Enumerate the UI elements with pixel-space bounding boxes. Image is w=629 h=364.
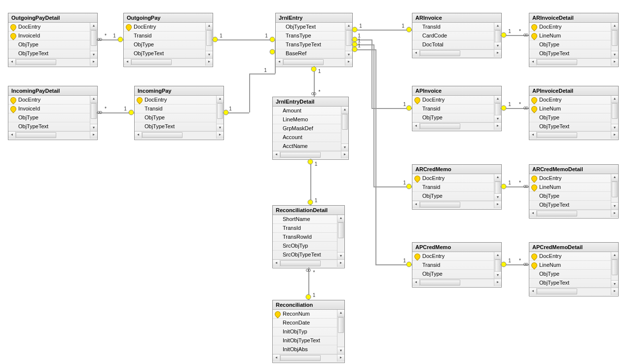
field-TransTypeText[interactable]: TransTypeText (276, 40, 345, 49)
key-icon field-DocEntry[interactable]: DocEntry (8, 23, 90, 32)
horizontal-scrollbar[interactable] (412, 201, 501, 208)
key-icon field-InvoiceId[interactable]: InvoiceId (8, 105, 90, 113)
vertical-scrollbar[interactable] (216, 96, 223, 131)
field-Transid[interactable]: Transid (412, 261, 494, 270)
entity-ARInvoiceDetail[interactable]: ARInvoiceDetailDocEntryLineNumObjTypeObj… (529, 13, 619, 67)
field-GrpMaskDef[interactable]: GrpMaskDef (273, 124, 341, 133)
horizontal-scrollbar[interactable] (273, 151, 348, 158)
field-SrcObjTyp[interactable]: SrcObjTyp (273, 242, 337, 251)
field-Transid[interactable]: Transid (412, 183, 494, 192)
horizontal-scrollbar[interactable] (412, 49, 501, 57)
entity-ARCredMemoDetail[interactable]: ARCredMemoDetailDocEntryLineNumObjTypeOb… (529, 164, 619, 218)
vertical-scrollbar[interactable] (337, 215, 344, 259)
field-ObjType[interactable]: ObjType (8, 113, 90, 122)
field-BaseRef[interactable]: BaseRef (276, 49, 345, 58)
key-icon field-DocEntry[interactable]: DocEntry (412, 96, 494, 105)
horizontal-scrollbar[interactable] (529, 58, 618, 66)
horizontal-scrollbar[interactable] (124, 58, 213, 66)
field-LineMemo[interactable]: LineMemo (273, 115, 341, 124)
field-ObjTypeText[interactable]: ObjTypeText (8, 49, 90, 58)
key-icon field-DocEntry[interactable]: DocEntry (529, 252, 611, 261)
horizontal-scrollbar[interactable] (273, 259, 344, 267)
vertical-scrollbar[interactable] (611, 252, 618, 288)
key-icon field-DocEntry[interactable]: DocEntry (529, 23, 611, 32)
field-AcctName[interactable]: AcctName (273, 142, 341, 151)
vertical-scrollbar[interactable] (494, 23, 501, 49)
vertical-scrollbar[interactable] (90, 23, 97, 58)
field-ObjTypeText[interactable]: ObjTypeText (124, 49, 206, 58)
entity-ARInvoice[interactable]: ARInvoiceTransIdCardCodeDocTotal (412, 13, 502, 58)
key-icon field-DocEntry[interactable]: DocEntry (529, 96, 611, 105)
entity-Reconciliation[interactable]: ReconciliationReconNumReconDateInitObjTy… (272, 300, 345, 363)
field-ObjType[interactable]: ObjType (529, 113, 611, 122)
vertical-scrollbar[interactable] (494, 96, 501, 122)
field-Amount[interactable]: Amount (273, 107, 341, 115)
entity-IncomingPayDetail[interactable]: IncomingPayDetailDocEntryInvoiceIdObjTyp… (8, 86, 98, 140)
field-Account[interactable]: Account (273, 133, 341, 142)
field-CardCode[interactable]: CardCode (412, 32, 494, 40)
horizontal-scrollbar[interactable] (529, 210, 618, 217)
field-ObjType[interactable]: ObjType (8, 40, 90, 49)
key-icon field-LineNum[interactable]: LineNum (529, 32, 611, 40)
field-InitObjTyp[interactable]: InitObjTyp (273, 328, 337, 336)
key-icon field-ReconNum[interactable]: ReconNum (273, 310, 337, 319)
vertical-scrollbar[interactable] (611, 96, 618, 131)
horizontal-scrollbar[interactable] (529, 131, 618, 139)
field-ObjType[interactable]: ObjType (412, 270, 494, 279)
key-icon field-DocEntry[interactable]: DocEntry (8, 96, 90, 105)
vertical-scrollbar[interactable] (611, 174, 618, 210)
horizontal-scrollbar[interactable] (276, 58, 352, 66)
key-icon field-DocEntry[interactable]: DocEntry (412, 252, 494, 261)
field-ObjType[interactable]: ObjType (412, 113, 494, 122)
field-ReconDate[interactable]: ReconDate (273, 319, 337, 328)
field-ObjType[interactable]: ObjType (529, 40, 611, 49)
entity-JrnlEntryDetail[interactable]: JrnlEntryDetailAmountLineMemoGrpMaskDefA… (272, 97, 349, 160)
vertical-scrollbar[interactable] (205, 23, 213, 58)
field-InitObjAbs[interactable]: InitObjAbs (273, 345, 337, 354)
field-Transid[interactable]: Transid (124, 32, 206, 40)
field-ObjType[interactable]: ObjType (124, 40, 206, 49)
field-ObjType[interactable]: ObjType (135, 113, 217, 122)
key-icon field-LineNum[interactable]: LineNum (529, 261, 611, 270)
key-icon field-LineNum[interactable]: LineNum (529, 183, 611, 192)
horizontal-scrollbar[interactable] (273, 354, 344, 362)
field-Transid[interactable]: Transid (412, 105, 494, 113)
field-TransRowId[interactable]: TransRowId (273, 233, 337, 242)
entity-OutgoingPay[interactable]: OutgoingPayDocEntryTransidObjTypeObjType… (123, 13, 213, 67)
field-InitObjTypeText[interactable]: InitObjTypeText (273, 336, 337, 345)
vertical-scrollbar[interactable] (90, 96, 97, 131)
entity-IncomingPay[interactable]: IncomingPayDocEntryTransidObjTypeObjType… (134, 86, 224, 140)
field-ObjType[interactable]: ObjType (412, 192, 494, 201)
field-ObjTypeText[interactable]: ObjTypeText (135, 122, 217, 131)
entity-APInvoice[interactable]: APInvoiceDocEntryTransidObjType (412, 86, 502, 131)
vertical-scrollbar[interactable] (341, 107, 348, 151)
field-SrcObjTypeText[interactable]: SrcObjTypeText (273, 251, 337, 259)
key-icon field-DocEntry[interactable]: DocEntry (124, 23, 206, 32)
field-TransType[interactable]: TransType (276, 32, 345, 40)
field-ObjTypeText[interactable]: ObjTypeText (529, 201, 611, 210)
key-icon field-InvoiceId[interactable]: InvoiceId (8, 32, 90, 40)
field-ObjTypeText[interactable]: ObjTypeText (529, 122, 611, 131)
key-icon field-LineNum[interactable]: LineNum (529, 105, 611, 113)
horizontal-scrollbar[interactable] (529, 288, 618, 295)
field-ObjTypeText[interactable]: ObjTypeText (529, 49, 611, 58)
horizontal-scrollbar[interactable] (8, 131, 97, 139)
field-ObjType[interactable]: ObjType (529, 192, 611, 201)
entity-APInvoiceDetail[interactable]: APInvoiceDetailDocEntryLineNumObjTypeObj… (529, 86, 619, 140)
entity-OutgoingPayDetail[interactable]: OutgoingPayDetailDocEntryInvoiceIdObjTyp… (8, 13, 98, 67)
entity-JrnlEntry[interactable]: JrnlEntryObjTypeTextTransTypeTransTypeTe… (275, 13, 353, 67)
horizontal-scrollbar[interactable] (8, 58, 97, 66)
vertical-scrollbar[interactable] (337, 310, 344, 354)
vertical-scrollbar[interactable] (611, 23, 618, 58)
vertical-scrollbar[interactable] (494, 174, 501, 201)
field-Transid[interactable]: Transid (135, 105, 217, 113)
vertical-scrollbar[interactable] (345, 23, 352, 58)
horizontal-scrollbar[interactable] (135, 131, 223, 139)
key-icon field-DocEntry[interactable]: DocEntry (412, 174, 494, 183)
field-TransId[interactable]: TransId (273, 224, 337, 233)
field-DocTotal[interactable]: DocTotal (412, 40, 494, 49)
field-TransId[interactable]: TransId (412, 23, 494, 32)
entity-APCredMemo[interactable]: APCredMemoDocEntryTransidObjType (412, 242, 502, 288)
entity-APCredMemoDetail[interactable]: APCredMemoDetailDocEntryLineNumObjTypeOb… (529, 242, 619, 296)
entity-ReconciliationDetail[interactable]: ReconciliationDetailShortNameTransIdTran… (272, 205, 345, 268)
